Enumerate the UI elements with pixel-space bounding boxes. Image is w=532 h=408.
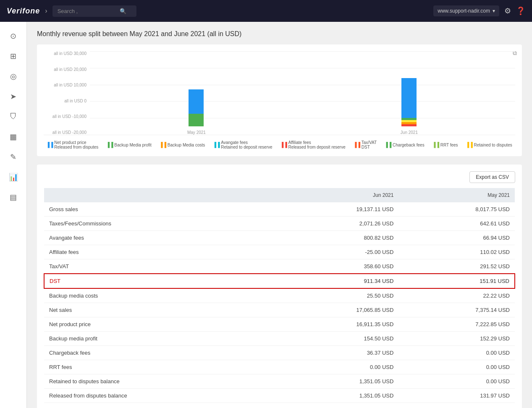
legend-label-rrt: RRT fees [440,143,458,147]
ylabel-0: all in USD 0 [44,99,90,103]
sidebar-item-chart[interactable]: 📊 [4,168,23,186]
legend-net-product-price: ▐▐ Net product priceReleased from disput… [47,140,98,149]
bar-may-green [189,114,204,126]
cell-label: Backup media costs [44,288,275,303]
cell-jun: 16,911.35 USD [275,317,399,332]
cell-may: 0.00 USD [398,346,515,360]
bar-may-blue [189,89,204,114]
revenue-table: Jun 2021 May 2021 Gross sales19,137.11 U… [44,188,515,408]
ylabel-10k: all in USD 10,000 [44,83,90,87]
export-csv-button[interactable]: Export as CSV [469,171,515,183]
cell-label: Released from disputes balance [44,389,275,403]
sidebar-item-users[interactable]: ⛉ [4,107,23,126]
table-row: DST911.34 USD151.91 USD [44,274,515,288]
sidebar-item-analytics[interactable]: ◎ [4,67,23,86]
legend-label-backup-profit: Backup Media profit [114,143,151,147]
bar-jun-blue [401,78,417,118]
legend-label-affiliate: Affiliate feesReleased from deposit rese… [288,140,346,149]
topnav-icons: ⚙ ❓ [504,6,525,16]
cell-may: 151.91 USD [398,274,515,288]
chart-bars-container [90,51,515,126]
legend-icon-cyan: ▐▐ [213,142,219,148]
bar-may2021 [189,89,204,126]
legend-label-taxvat: Tax/VATDST [362,140,377,149]
cell-may: 181.83 USD [398,403,515,408]
ylabel-30k: all in USD 30,000 [44,51,90,56]
chart-section: ⧉ all in USD 30,000 all in USD 20,000 al… [37,44,522,156]
cell-may: 66.94 USD [398,231,515,245]
cell-label: Taxes/Fees/Commissions [44,217,275,231]
chart-area: all in USD 30,000 all in USD 20,000 all … [44,51,515,135]
help-icon[interactable]: ❓ [516,6,525,16]
sidebar-item-arrow[interactable]: ➤ [4,87,23,106]
cell-may: 22.22 USD [398,288,515,303]
cell-label: Chargeback fees [44,346,275,360]
cell-label: Affiliate fees [44,245,275,259]
search-icon: 🔍 [120,8,126,14]
sidebar-item-grid[interactable]: ⊞ [4,47,23,65]
table-row: Net product price16,911.35 USD7,222.85 U… [44,317,515,332]
legend-icon-orange: ▐▐ [160,142,166,148]
table-section: Export as CSV Jun 2021 May 2021 Gross sa… [37,165,522,408]
bar-stack-may [189,89,204,126]
ylabel-neg20k: all in USD -20,000 [44,130,90,135]
legend-icon-lightgreen: ▐▐ [433,142,439,148]
xlabel-may: May 2021 [187,130,206,135]
xlabel-jun: Jun 2021 [401,130,418,135]
table-row: Tax/VAT358.60 USD291.52 USD [44,259,515,274]
table-row: RRT fees0.00 USD0.00 USD [44,360,515,374]
legend-backup-media-costs: ▐▐ Backup Media costs [160,140,205,149]
cell-label: Net sales [44,303,275,317]
table-row: Net sales17,065.85 USD7,375.14 USD [44,303,515,317]
cell-label: Tax/VAT [44,259,275,274]
col-header-may: May 2021 [398,188,515,202]
cell-may: 7,375.14 USD [398,303,515,317]
legend-label-net-product: Net product priceReleased from disputes [54,140,98,149]
cell-label: Backup media profit [44,332,275,346]
legend-rrt: ▐▐ RRT fees [433,140,458,149]
search-input[interactable] [58,8,116,14]
cell-jun: 358.60 USD [275,259,399,274]
sidebar-item-edit[interactable]: ✎ [4,148,23,166]
legend-retained: ▐▐ Retained to disputes [466,140,512,149]
cell-may: 152.29 USD [398,332,515,346]
legend-label-avangate: Avangate feesRetained to deposit reserve [221,140,272,149]
topnav: Verifone › 🔍 www.support-nadir.com ▾ ⚙ ❓ [0,0,532,22]
sidebar-item-list[interactable]: ▤ [4,188,23,207]
table-row: Backup media costs25.50 USD22.22 USD [44,288,515,303]
cell-label: RRT fees [44,360,275,374]
chart-legend: ▐▐ Net product priceReleased from disput… [44,140,515,149]
cell-jun: 17,065.85 USD [275,303,399,317]
domain-selector[interactable]: www.support-nadir.com ▾ [433,5,499,16]
legend-taxvat: ▐▐ Tax/VATDST [354,140,377,149]
cell-may: 642.61 USD [398,217,515,231]
domain-text: www.support-nadir.com [438,8,490,14]
cell-label: DST [44,274,275,288]
cell-may: 0.00 USD [398,360,515,374]
search-container[interactable]: 🔍 [52,5,136,17]
cell-may: 131.97 USD [398,389,515,403]
cell-may: 110.02 USD [398,245,515,259]
cell-jun: 904.24 USD [275,403,399,408]
sidebar-item-home[interactable]: ⊙ [4,27,23,45]
sidebar-item-reports[interactable]: ▦ [4,128,23,146]
cell-jun: 800.82 USD [275,231,399,245]
table-row: Retained to disputes balance1,351.05 USD… [44,374,515,389]
logo: Verifone [7,7,40,16]
page-title: Monthly revenue split between May 2021 a… [37,30,522,38]
gear-icon[interactable]: ⚙ [504,6,511,16]
table-header: Jun 2021 May 2021 [44,188,515,202]
legend-icon-green: ▐▐ [107,142,113,148]
legend-icon-red: ▐▐ [281,142,287,148]
cell-may: 8,017.75 USD [398,202,515,217]
legend-icon-amber: ▐▐ [466,142,472,148]
cell-jun: 911.34 USD [275,274,399,288]
main-content: Monthly revenue split between May 2021 a… [27,22,532,408]
table-row: Released from disputes balance1,351.05 U… [44,389,515,403]
legend-icon-deeporange: ▐▐ [354,142,360,148]
cell-label: Avangate fees [44,231,275,245]
table-row: Gross sales19,137.11 USD8,017.75 USD [44,202,515,217]
cell-jun: 2,071.26 USD [275,217,399,231]
chart-xlabels: May 2021 Jun 2021 [90,128,515,135]
cell-jun: -25.00 USD [275,245,399,259]
